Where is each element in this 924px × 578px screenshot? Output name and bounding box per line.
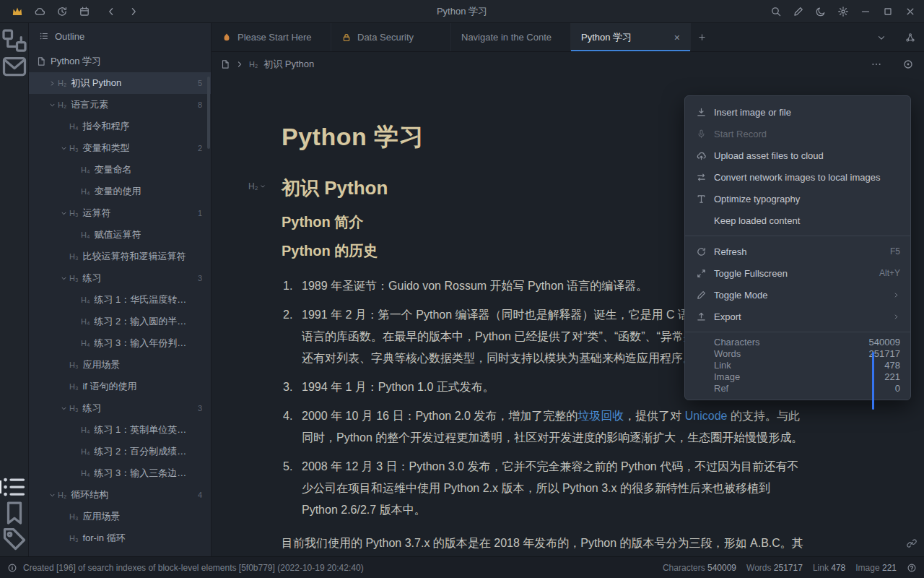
outline-item[interactable]: H₄练习 2：输入圆的半…: [29, 311, 211, 332]
outline-count: 5: [192, 79, 202, 87]
submenu-chevron-icon: [892, 313, 900, 321]
outline-count: 4: [192, 491, 202, 499]
outline-item[interactable]: H₃练习3: [29, 267, 211, 289]
list-number: 2.: [282, 304, 302, 369]
chevron-right-icon[interactable]: [46, 79, 58, 87]
menu-item[interactable]: Insert image or file: [685, 101, 910, 123]
sync-history-icon[interactable]: [51, 0, 73, 22]
outline-item[interactable]: H₄变量命名: [29, 159, 211, 181]
outline-item[interactable]: H₃应用场景: [29, 506, 211, 527]
chevron-down-icon[interactable]: [46, 491, 58, 499]
tabs: Please Start HereData SecurityNavigate i…: [212, 23, 712, 51]
heading-gutter[interactable]: H₂: [248, 181, 266, 191]
chevron-right-icon[interactable]: [122, 0, 144, 22]
help-icon[interactable]: [907, 563, 917, 573]
link-icon[interactable]: [906, 538, 918, 549]
breadcrumb-item[interactable]: 初识 Python: [263, 58, 314, 71]
outline-icon: [39, 31, 49, 41]
submenu-chevron-icon: [892, 291, 900, 299]
chevron-down-icon[interactable]: [46, 101, 58, 109]
outline-item[interactable]: H₄变量的使用: [29, 181, 211, 202]
inline-link[interactable]: 垃圾回收: [578, 410, 624, 422]
calendar-icon[interactable]: [73, 0, 95, 22]
dock-file-tree-icon[interactable]: [0, 27, 29, 53]
outline-item[interactable]: H₂循环结构4: [29, 484, 211, 506]
outline-item-label: 变量和类型: [82, 142, 129, 155]
heading-level-tag: H₄: [81, 447, 90, 456]
menu-item[interactable]: Upload asset files to cloud: [685, 144, 910, 166]
outline-item[interactable]: H₄练习 1：英制单位英…: [29, 419, 211, 441]
dock-inbox-icon[interactable]: [0, 53, 29, 79]
outline-item[interactable]: H₃练习3: [29, 397, 211, 419]
doc-menu-button[interactable]: [871, 59, 882, 70]
outline-item[interactable]: H₃运算符1: [29, 202, 211, 224]
logo-icon[interactable]: [6, 0, 28, 22]
list-number: 5.: [282, 456, 302, 521]
dock-outline-icon[interactable]: [0, 474, 29, 500]
outline-item-label: 练习 2：输入圆的半…: [94, 315, 186, 328]
outline-item[interactable]: H₄练习 3：输入年份判…: [29, 332, 211, 354]
outline-item[interactable]: H₄练习 1：华氏温度转…: [29, 289, 211, 311]
heading-level-tag: H₃: [69, 274, 78, 282]
heading-level-tag: H₃: [69, 404, 78, 413]
menu-item[interactable]: RefreshF5: [685, 241, 910, 262]
chevron-down-icon[interactable]: [58, 405, 69, 413]
close-icon[interactable]: [899, 0, 921, 22]
theme-moon-icon[interactable]: [809, 0, 832, 22]
outline-item-label: 赋值运算符: [94, 228, 141, 241]
edit-icon[interactable]: [787, 0, 809, 22]
outline-item[interactable]: H₃比较运算符和逻辑运算符: [29, 246, 211, 267]
outline-item[interactable]: H₂初识 Python5: [29, 72, 211, 94]
heading-level-tag: H₃: [69, 361, 78, 369]
chevron-left-icon[interactable]: [100, 0, 122, 22]
menu-item[interactable]: Keep loaded content: [685, 210, 910, 231]
menu-item[interactable]: Optimize typography: [685, 188, 910, 210]
focus-icon[interactable]: [902, 59, 914, 70]
dock-bookmark-icon[interactable]: [0, 500, 29, 526]
document-icon[interactable]: [220, 59, 230, 69]
export-icon: [695, 311, 707, 322]
new-tab-button[interactable]: [691, 23, 712, 51]
outline-item[interactable]: Python 学习: [29, 51, 211, 72]
menu-scrollbar-thumb[interactable]: [872, 352, 874, 410]
outline-item[interactable]: H₄练习 3：输入三条边…: [29, 462, 211, 484]
sidebar-scrollbar[interactable]: [207, 77, 210, 149]
outline-item[interactable]: H₃变量和类型2: [29, 137, 211, 159]
outline-item[interactable]: H₃if 语句的使用: [29, 376, 211, 397]
outline-item[interactable]: H₃for-in 循环: [29, 527, 211, 549]
outline-item-label: if 语句的使用: [82, 380, 136, 393]
close-tab-icon[interactable]: ×: [674, 33, 680, 43]
chevron-down-icon[interactable]: [58, 210, 69, 217]
outline-item[interactable]: H₃应用场景: [29, 354, 211, 376]
minimize-icon[interactable]: [854, 0, 876, 22]
outline-item[interactable]: H₂语言元素8: [29, 94, 211, 116]
tab-list-chevron-icon[interactable]: [876, 33, 886, 43]
tab[interactable]: Data Security: [331, 23, 451, 51]
chevron-down-icon[interactable]: [58, 275, 69, 282]
tab[interactable]: Navigate in the Conte: [451, 23, 571, 51]
titlebar: Python 学习: [0, 0, 924, 23]
menu-item[interactable]: Toggle Mode: [685, 284, 910, 306]
list-number: 1.: [282, 275, 302, 297]
cloud-icon[interactable]: [28, 0, 51, 22]
outline-item[interactable]: H₄赋值运算符: [29, 224, 211, 246]
menu-item[interactable]: Export: [685, 306, 910, 327]
dock-tag-icon[interactable]: [0, 526, 29, 552]
inline-link[interactable]: Unicode: [685, 410, 728, 422]
menu-item-label: Refresh: [714, 246, 747, 257]
menu-item[interactable]: Convert network images to local images: [685, 166, 910, 188]
fullscreen-icon: [695, 268, 707, 279]
tab[interactable]: Please Start Here: [212, 23, 331, 51]
chevron-down-icon[interactable]: [58, 144, 69, 152]
menu-item[interactable]: Toggle FullscreenAlt+Y: [685, 262, 910, 284]
document-icon: [35, 56, 48, 66]
outline-item[interactable]: H₄练习 2：百分制成绩…: [29, 441, 211, 462]
tab-label: Data Security: [357, 32, 414, 43]
edit-icon: [695, 290, 707, 301]
maximize-icon[interactable]: [876, 0, 899, 22]
tab[interactable]: Python 学习×: [571, 23, 691, 51]
settings-icon[interactable]: [832, 0, 854, 22]
graph-icon[interactable]: [905, 33, 915, 43]
outline-item[interactable]: H₄指令和程序: [29, 116, 211, 137]
search-icon[interactable]: [764, 0, 787, 22]
